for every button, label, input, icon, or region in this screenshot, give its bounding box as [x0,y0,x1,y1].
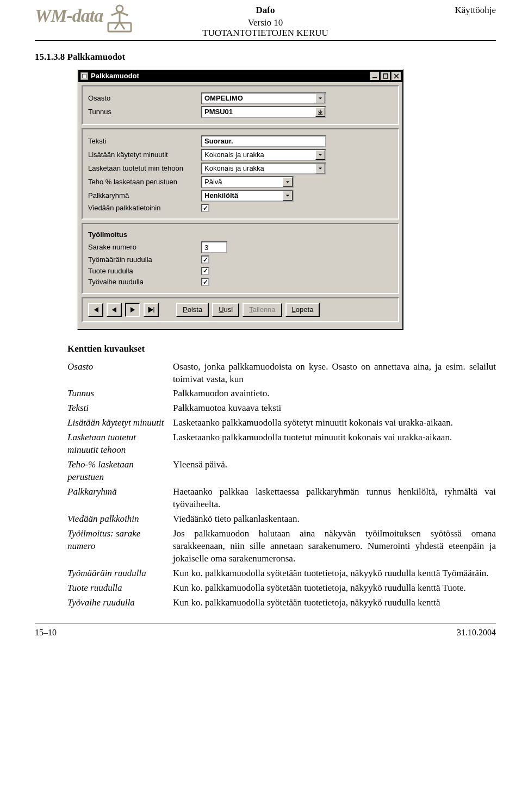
header-rule [35,40,496,41]
desc-def: Viedäänkö tieto palkanlaskentaan. [173,513,496,526]
svg-rect-3 [383,74,388,78]
page-header: WM-data Dafo Versio 10 TUOTANTOTIETOJEN … [35,3,496,50]
sarake-label: Sarake numero [88,242,201,252]
footer-right: 31.10.2004 [457,627,496,639]
minimize-icon [372,73,377,79]
poista-button[interactable]: Poista [176,303,209,317]
lisataan-combo[interactable] [201,149,326,161]
desc-def: Jos palkkamuodon halutaan aina näkyvän t… [173,528,496,565]
teho-label: Teho % lasketaan perustuen [88,177,201,187]
descriptions-grid: OsastoOsasto, jonka palkkamuodoista on k… [67,361,496,609]
tuote-checkbox[interactable] [201,267,209,275]
lopeta-button[interactable]: Lopeta [285,303,320,317]
panel-identity: Osasto Tunnus [82,85,399,125]
tyoilmoitus-heading: Työilmoitus [88,230,201,240]
first-icon [92,307,99,313]
desc-term: Työvaihe ruudulla [67,597,167,609]
nav-last-button[interactable] [144,303,159,317]
maximize-button[interactable] [381,72,390,80]
desc-term: Tuote ruudulla [67,582,167,595]
tyomaar-label: Työmääräin ruudulla [88,255,201,265]
page-footer: 15–10 31.10.2004 [35,623,496,639]
tyovaihe-checkbox[interactable] [201,278,209,286]
desc-term: Työmääräin ruudulla [67,567,167,580]
desc-def: Lasketaanko palkkamuodolla syötetyt minu… [173,417,496,429]
desc-term: Viedään palkkoihin [67,513,167,526]
tyovaihe-label: Työvaihe ruudulla [88,277,201,287]
desc-term: Teksti [67,402,167,415]
header-center: Dafo Versio 10 TUOTANTOTIETOJEN KERUU [35,4,496,40]
next-icon [130,307,135,313]
desc-def: Haetaanko palkkaa laskettaessa palkkaryh… [173,486,496,511]
tyomaar-checkbox[interactable] [201,255,209,264]
doc-subtitle: TUOTANTOTIETOJEN KERUU [35,27,496,40]
panel-tyoilmoitus: Työilmoitus Sarake numero Työmääräin ruu… [82,223,399,293]
desc-term: Työilmoitus: sarake numero [67,528,167,565]
section-heading: 15.1.3.8 Palkkamuodot [35,51,496,64]
desc-def: Lasketaanko palkkamuodolla tuotetut minu… [173,432,496,457]
window-title: Palkkamuodot [91,71,139,81]
viedaan-label: Viedään palkkatietoihin [88,203,201,213]
tunnus-combo[interactable] [201,106,326,118]
nav-next-button[interactable] [125,303,140,317]
panel-settings: Teksti Lisätään käytetyt minuutit Lasket… [82,128,399,220]
lisataan-label: Lisätään käytetyt minuutit [88,150,201,160]
tunnus-label: Tunnus [88,107,201,117]
desc-term: Lasketaan tuotetut minuutit tehoon [67,432,167,457]
tuote-label: Tuote ruudulla [88,266,201,276]
last-icon [148,307,154,313]
desc-def: Palkkamuodon avaintieto. [173,388,496,400]
desc-def: Kun ko. palkkamuodolla syötetään tuoteti… [173,597,496,609]
desc-term: Teho-% lasketaan perustuen [67,459,167,484]
sarake-input[interactable] [201,241,227,253]
close-icon [394,73,399,79]
footer-left: 15–10 [35,627,57,639]
desc-term: Lisätään käytetyt minuutit [67,417,167,429]
desc-term: Palkkaryhmä [67,486,167,511]
desc-def: Yleensä päivä. [173,459,496,484]
svg-rect-2 [372,77,377,78]
uusi-button[interactable]: Uusi [212,303,239,317]
lasketaan-label: Lasketaan tuotetut min tehoon [88,165,201,172]
panel-nav: Poista Uusi Tallenna Lopeta [82,297,399,322]
titlebar[interactable]: Palkkamuodot [78,70,402,82]
teksti-input[interactable] [201,135,326,147]
desc-term: Tunnus [67,388,167,400]
nav-prev-button[interactable] [107,303,122,317]
tallenna-button[interactable]: Tallenna [243,303,282,317]
dialog-window: Palkkamuodot Osasto [77,69,403,330]
osasto-combo[interactable] [201,92,326,104]
palkkaryhma-label: Palkkaryhmä [88,191,201,201]
minimize-button[interactable] [370,72,380,80]
nav-first-button[interactable] [88,303,103,317]
teksti-label: Teksti [88,136,201,146]
descriptions-heading: Kenttien kuvaukset [67,343,496,355]
maximize-icon [383,73,388,79]
close-button[interactable] [391,72,401,80]
lasketaan-combo[interactable] [201,163,326,174]
desc-term: Osasto [67,361,167,386]
prev-icon [111,307,117,313]
teho-combo[interactable] [201,176,294,188]
palkkaryhma-combo[interactable] [201,190,294,202]
viedaan-checkbox[interactable] [201,204,209,212]
desc-def: Palkkamuotoa kuvaava teksti [173,402,496,415]
doc-title: Dafo [35,4,496,17]
window-icon [80,72,88,80]
desc-def: Kun ko. palkkamuodolla syötetään tuoteti… [173,582,496,595]
desc-def: Osasto, jonka palkkamuodoista on kyse. O… [173,361,496,386]
desc-def: Kun ko. palkkamuodolla syötetään tuoteti… [173,567,496,580]
osasto-label: Osasto [88,93,201,103]
doc-type: Käyttöohje [455,4,496,17]
